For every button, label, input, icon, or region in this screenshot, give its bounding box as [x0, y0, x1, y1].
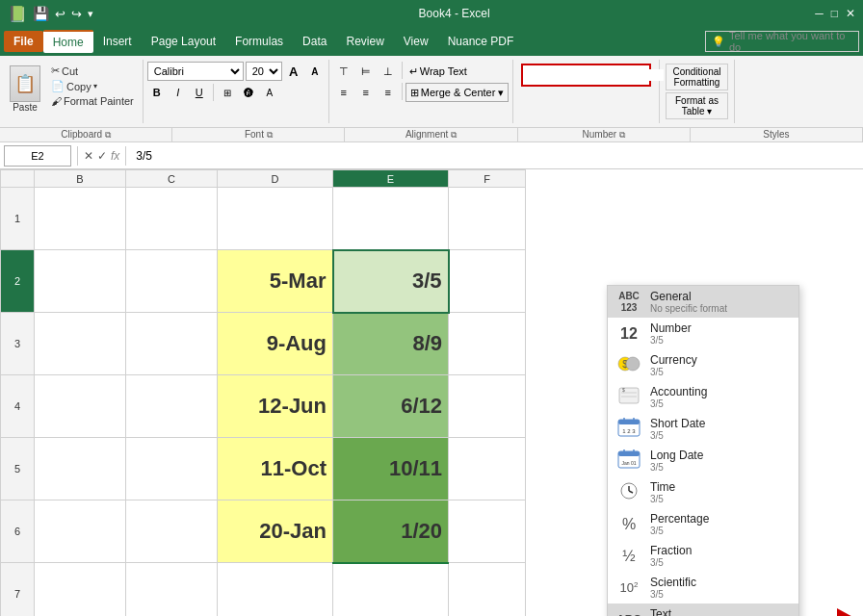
cell-D3[interactable]: 9-Aug [218, 313, 333, 375]
cell-F4[interactable] [449, 375, 526, 438]
cell-B4[interactable] [35, 375, 126, 438]
cell-E6[interactable]: 1/20 [333, 500, 449, 563]
align-bottom-button[interactable]: ⊥ [378, 62, 399, 81]
menu-formulas[interactable]: Formulas [225, 31, 293, 52]
col-header-B[interactable]: B [35, 170, 126, 188]
cell-E4[interactable]: 6/12 [333, 375, 449, 438]
cut-button[interactable]: ✂ Cut [48, 64, 137, 78]
undo-icon[interactable]: ↩ [55, 7, 65, 21]
paste-button[interactable]: 📋 Paste [6, 64, 44, 115]
cell-C4[interactable] [126, 375, 218, 438]
format-number[interactable]: 12 Number 3/5 [608, 318, 798, 349]
cell-B2[interactable] [35, 250, 126, 313]
save-icon[interactable]: 💾 [33, 6, 49, 21]
menu-page-layout[interactable]: Page Layout [142, 31, 225, 52]
redo-icon[interactable]: ↪ [71, 7, 82, 21]
cell-D4[interactable]: 12-Jun [218, 375, 333, 438]
font-name-select[interactable]: Calibri [147, 62, 244, 81]
cell-C5[interactable] [126, 438, 218, 500]
cell-F2[interactable] [449, 250, 526, 313]
cell-E5[interactable]: 10/11 [333, 438, 449, 500]
cancel-formula-icon[interactable]: ✕ [84, 149, 93, 163]
general-icon: ABC123 [615, 291, 642, 314]
wrap-text-button[interactable]: ↵ Wrap Text [405, 62, 471, 81]
cell-E7[interactable] [333, 563, 449, 617]
fill-color-button[interactable]: 🅐 [239, 83, 258, 102]
copy-button[interactable]: 📄 Copy ▾ [48, 79, 137, 93]
align-middle-button[interactable]: ⊨ [355, 62, 377, 81]
format-accounting[interactable]: $ Accounting 3/5 [608, 381, 798, 413]
conditional-formatting-button[interactable]: ConditionalFormatting [666, 64, 727, 90]
cell-C1[interactable] [126, 188, 218, 250]
fx-icon[interactable]: fx [111, 149, 119, 163]
format-scientific[interactable]: 102 Scientific 3/5 [608, 572, 798, 603]
cell-F5[interactable] [449, 438, 526, 500]
format-percentage[interactable]: % Percentage 3/5 [608, 508, 798, 540]
cell-F1[interactable] [449, 188, 526, 250]
font-size-select[interactable]: 20 [246, 62, 282, 81]
clipboard-label: Clipboard ⧉ [0, 128, 172, 141]
cell-D2[interactable]: 5-Mar [218, 250, 333, 313]
cell-D5[interactable]: 11-Oct [218, 438, 333, 500]
align-right-button[interactable]: ≡ [378, 83, 399, 102]
cell-C7[interactable] [126, 563, 218, 617]
align-center-button[interactable]: ≡ [355, 83, 377, 102]
format-time[interactable]: Time 3/5 [608, 476, 798, 508]
menu-home[interactable]: Home [43, 30, 93, 53]
cell-C2[interactable] [126, 250, 218, 313]
bold-button[interactable]: B [147, 83, 167, 102]
menu-file[interactable]: File [4, 31, 43, 52]
maximize-btn[interactable]: □ [831, 7, 838, 20]
menu-view[interactable]: View [394, 31, 438, 52]
format-general[interactable]: ABC123 General No specific format [608, 286, 798, 318]
menu-review[interactable]: Review [336, 31, 393, 52]
cell-reference-box[interactable] [4, 145, 71, 167]
formula-input[interactable] [132, 145, 859, 167]
shrink-font-button[interactable]: A [305, 62, 325, 81]
menu-insert[interactable]: Insert [93, 31, 142, 52]
border-button[interactable]: ⊞ [218, 83, 237, 102]
cell-F3[interactable] [449, 313, 526, 375]
cell-E2[interactable]: 3/5 [333, 250, 449, 313]
format-long-date[interactable]: Jan 01 Long Date 3/5 [608, 445, 798, 476]
underline-button[interactable]: U [190, 83, 209, 102]
cell-B3[interactable] [35, 313, 126, 375]
grow-font-button[interactable]: A [284, 62, 303, 81]
format-fraction[interactable]: ½ Fraction 3/5 [608, 540, 798, 572]
row-header-3: 3 [1, 313, 35, 375]
merge-center-button[interactable]: ⊞ Merge & Center ▾ [405, 83, 510, 102]
menu-nuance[interactable]: Nuance PDF [438, 31, 524, 52]
number-format-search-input[interactable] [523, 69, 664, 81]
format-short-date[interactable]: 1 2 3 Short Date 3/5 [608, 413, 798, 445]
cell-D7[interactable] [218, 563, 333, 617]
align-top-button[interactable]: ⊤ [333, 62, 354, 81]
cell-C3[interactable] [126, 313, 218, 375]
col-header-F[interactable]: F [449, 170, 526, 188]
italic-button[interactable]: I [169, 83, 188, 102]
cell-C6[interactable] [126, 500, 218, 563]
format-text[interactable]: ABC Text 3/5 [608, 603, 798, 616]
col-header-D[interactable]: D [218, 170, 333, 188]
format-painter-button[interactable]: 🖌 Format Painter [48, 94, 137, 108]
cell-E1[interactable] [333, 188, 449, 250]
cell-B6[interactable] [35, 500, 126, 563]
tell-me-input[interactable]: 💡 Tell me what you want to do [705, 31, 859, 52]
cell-D1[interactable] [218, 188, 333, 250]
cell-E3[interactable]: 8/9 [333, 313, 449, 375]
minimize-btn[interactable]: ─ [815, 7, 824, 20]
col-header-E[interactable]: E [333, 170, 449, 188]
cell-B5[interactable] [35, 438, 126, 500]
close-btn[interactable]: ✕ [846, 7, 855, 20]
format-as-table-button[interactable]: Format asTable ▾ [666, 92, 727, 119]
cell-B7[interactable] [35, 563, 126, 617]
align-left-button[interactable]: ≡ [333, 83, 354, 102]
menu-data[interactable]: Data [293, 31, 336, 52]
cell-F6[interactable] [449, 500, 526, 563]
cell-B1[interactable] [35, 188, 126, 250]
col-header-C[interactable]: C [126, 170, 218, 188]
format-currency[interactable]: $ Currency 3/5 [608, 349, 798, 381]
font-color-button[interactable]: A [260, 83, 279, 102]
confirm-formula-icon[interactable]: ✓ [97, 149, 107, 163]
cell-F7[interactable] [449, 563, 526, 617]
cell-D6[interactable]: 20-Jan [218, 500, 333, 563]
